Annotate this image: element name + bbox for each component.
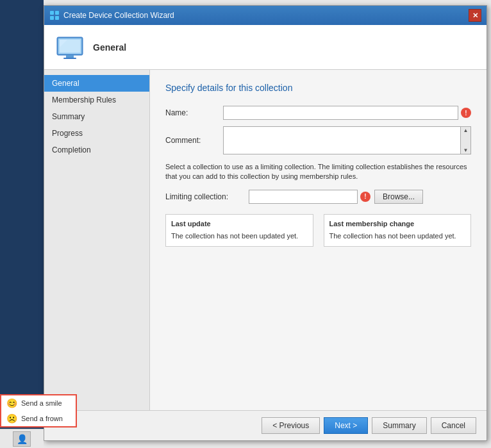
nav-item-membership-rules[interactable]: Membership Rules bbox=[44, 92, 149, 108]
svg-rect-0 bbox=[50, 11, 54, 15]
last-update-title: Last update bbox=[171, 220, 308, 228]
limiting-required-icon: ! bbox=[360, 192, 370, 202]
nav-item-general[interactable]: General bbox=[44, 75, 149, 92]
limiting-collection-label: Limiting collection: bbox=[165, 192, 249, 201]
feedback-popup: 😊 Send a smile ☹️ Send a frown bbox=[0, 394, 77, 427]
last-membership-box: Last membership change The collection ha… bbox=[324, 214, 472, 247]
nav-item-progress[interactable]: Progress bbox=[44, 125, 149, 142]
last-membership-text: The collection has not been updated yet. bbox=[329, 231, 466, 241]
wizard-header-title: General bbox=[93, 42, 126, 53]
wizard-dialog: Create Device Collection Wizard ✕ Genera… bbox=[44, 5, 487, 441]
limiting-collection-row: Limiting collection: ! Browse... bbox=[165, 190, 471, 204]
person-icon: 👤 bbox=[17, 434, 28, 444]
svg-rect-7 bbox=[63, 58, 76, 59]
comment-row: Comment: ▲ ▼ bbox=[165, 126, 471, 154]
comment-label: Comment: bbox=[165, 136, 223, 145]
nav-item-completion[interactable]: Completion bbox=[44, 142, 149, 158]
name-required-icon: ! bbox=[461, 108, 471, 118]
send-smile-label: Send a smile bbox=[21, 399, 62, 407]
wizard-body: General Membership Rules Summary Progres… bbox=[44, 70, 487, 410]
send-frown-label: Send a frown bbox=[21, 415, 63, 422]
last-membership-title: Last membership change bbox=[329, 220, 466, 228]
browse-button[interactable]: Browse... bbox=[374, 190, 423, 204]
info-boxes: Last update The collection has not been … bbox=[165, 214, 471, 247]
bg-sidebar bbox=[0, 0, 44, 448]
content-title: Specify details for this collection bbox=[165, 83, 471, 93]
wizard-footer: < Previous Next > Summary Cancel bbox=[44, 410, 487, 440]
limiting-collection-input[interactable] bbox=[249, 190, 358, 204]
wizard-title-icon bbox=[49, 10, 60, 21]
wizard-nav: General Membership Rules Summary Progres… bbox=[44, 70, 150, 410]
comment-scrollbar: ▲ ▼ bbox=[460, 127, 470, 154]
title-bar-text: Create Device Collection Wizard bbox=[63, 11, 174, 20]
cancel-button[interactable]: Cancel bbox=[431, 417, 476, 434]
send-frown-item[interactable]: ☹️ Send a frown bbox=[1, 411, 76, 426]
name-row: Name: ! bbox=[165, 106, 471, 120]
name-input[interactable] bbox=[223, 106, 458, 120]
summary-button[interactable]: Summary bbox=[372, 417, 426, 434]
feedback-toggle-button[interactable]: 👤 bbox=[13, 431, 31, 447]
comment-textarea[interactable] bbox=[224, 127, 460, 154]
title-bar: Create Device Collection Wizard ✕ bbox=[44, 6, 487, 25]
scroll-down-icon[interactable]: ▼ bbox=[463, 147, 469, 153]
send-smile-item[interactable]: 😊 Send a smile bbox=[1, 395, 76, 411]
next-button[interactable]: Next > bbox=[324, 417, 368, 434]
feedback-icon-container: 👤 bbox=[0, 429, 44, 448]
comment-textarea-wrapper: ▲ ▼ bbox=[223, 126, 471, 154]
hint-text: Select a collection to use as a limiting… bbox=[165, 162, 471, 182]
svg-rect-1 bbox=[55, 11, 59, 15]
close-button[interactable]: ✕ bbox=[469, 9, 481, 22]
title-bar-left: Create Device Collection Wizard bbox=[49, 10, 174, 21]
scroll-up-icon[interactable]: ▲ bbox=[463, 128, 469, 133]
svg-rect-3 bbox=[55, 16, 59, 20]
previous-button[interactable]: < Previous bbox=[262, 417, 320, 434]
smile-icon: 😊 bbox=[6, 398, 17, 408]
last-update-text: The collection has not been updated yet. bbox=[171, 231, 308, 241]
nav-item-summary[interactable]: Summary bbox=[44, 108, 149, 125]
wizard-content: Specify details for this collection Name… bbox=[150, 70, 487, 410]
frown-icon: ☹️ bbox=[6, 413, 17, 424]
name-label: Name: bbox=[165, 108, 223, 117]
feedback-trigger-area: 😊 Send a smile ☹️ Send a frown 👤 bbox=[0, 429, 44, 448]
wizard-header: General bbox=[44, 25, 487, 70]
svg-rect-2 bbox=[50, 16, 54, 20]
last-update-box: Last update The collection has not been … bbox=[165, 214, 313, 247]
svg-rect-6 bbox=[66, 55, 74, 58]
wizard-header-icon bbox=[54, 32, 85, 63]
